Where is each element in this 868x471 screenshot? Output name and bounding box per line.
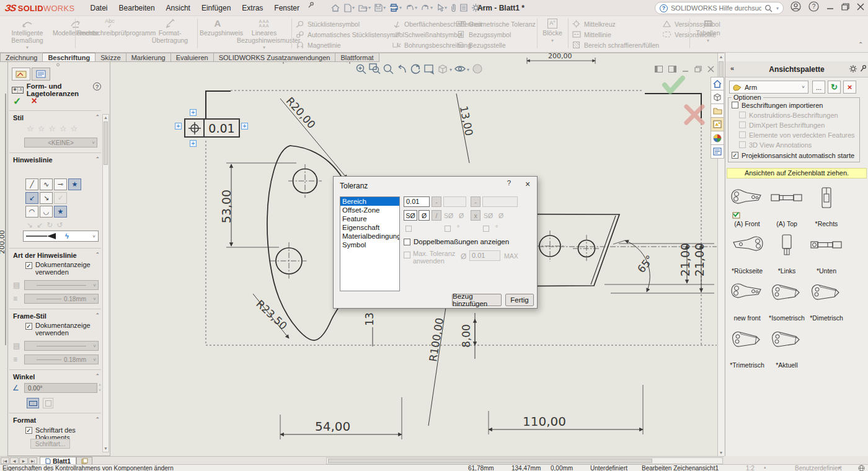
appearance-sphere-icon[interactable] [472,63,484,75]
last-sheet-button[interactable]: ▶| [29,457,37,464]
fcf-handle-left[interactable]: + [175,123,182,130]
checkbox-design-annotations[interactable]: Konstruktions-Beschriftungen [739,112,838,119]
slash-button[interactable]: / [432,210,441,221]
pin-pane-icon[interactable] [860,64,867,74]
add-datum-button[interactable]: Bezug hinzufügen [452,294,502,306]
next-sheet-button[interactable]: ▶ [19,457,28,464]
straight-leader-button[interactable]: ◠ [25,206,38,218]
dim-13b[interactable]: 13 [363,312,376,326]
dim-left-200[interactable]: 200,00 [0,230,6,254]
menu-einfuegen[interactable]: Einfügen [196,1,236,15]
search-input[interactable] [671,4,761,12]
ok-button[interactable]: ✓ [13,95,21,107]
add-sheet-tab[interactable] [76,457,92,465]
checkbox-hidden-feature-items[interactable]: Elemente von verdeckten Features [739,131,855,139]
leader-button[interactable]: ╱ [25,178,38,190]
view-thumb-links[interactable]: *Links [767,230,807,277]
minimize-button[interactable] [826,3,834,11]
print-icon[interactable]: ▾ [388,2,404,13]
checkbox-3d-view-annotations[interactable]: 3D View Annotations [739,141,812,149]
tab-solidworks-resources[interactable] [711,77,724,90]
dim-110[interactable]: 110,00 [523,414,566,429]
fcf-handle-top[interactable]: + [190,109,197,116]
tolerance-value-input-2[interactable] [443,196,466,207]
panel-resize-handle[interactable] [56,63,60,66]
option-checkbox-2[interactable] [445,226,451,232]
help-icon[interactable]: ? [808,1,819,12]
smart-dimension-button[interactable]: Intelligente Bemaßung▾ [2,17,52,51]
status-config[interactable]: Benutzerdefiniert [795,465,842,471]
tab-zusatzanwendungen[interactable]: SOLIDWORKS Zusatzanwendungen [214,53,336,62]
pm-scrollbar[interactable]: ▲ ▼ [102,114,109,452]
document-font-checkbox[interactable]: ✓ [25,427,32,434]
minimize-doc-icon[interactable] [682,66,689,73]
undo-icon[interactable]: ▾ [404,3,419,13]
option-checkbox-1[interactable] [405,226,412,232]
dash-button-2[interactable]: - [471,196,480,207]
arrow-style-dropdown[interactable]: ϟ ˅ [23,231,99,242]
dim-8[interactable]: 8,00 [460,324,472,348]
dim-21b[interactable]: 21,00 [693,243,706,276]
list-item-bereich[interactable]: Bereich [340,197,399,206]
view-thumb-rueckseite[interactable]: *Rückseite [727,230,767,277]
close-doc-icon[interactable] [707,66,714,73]
display-style-icon[interactable]: ▾ [437,63,452,75]
tab-skizze[interactable]: Skizze [95,53,126,62]
fcf-handle-right[interactable]: + [241,123,248,130]
frame-toggle-button-2[interactable] [43,398,53,408]
dim-54[interactable]: 54,00 [315,419,350,434]
menu-bearbeiten[interactable]: Bearbeiten [113,1,161,15]
frame-thickness-dropdown[interactable]: 0.18mm˅ [24,354,99,364]
view-thumb-top[interactable]: (A) Top [767,183,807,230]
frame-doc-display-checkbox[interactable]: ✓ [25,323,32,330]
zoom-icon[interactable] [383,63,394,75]
pane-options-gear-icon[interactable] [849,64,857,74]
horizontal-scrollbar[interactable] [326,457,723,464]
view-thumb-dimetrisch[interactable]: *Dimetrisch [807,277,846,324]
tab-file-explorer[interactable] [711,104,724,118]
art-line-style-dropdown[interactable]: ˅ [24,280,99,290]
sheet-properties-icon[interactable] [423,63,435,75]
leader-nearest-button[interactable]: ✓ [54,192,67,204]
angle-input[interactable]: 0.00° [24,383,97,393]
home-icon[interactable] [329,2,342,14]
feature-manager-tab[interactable] [32,68,50,81]
view-thumb-isometrisch[interactable]: *Isometrisch [767,277,807,324]
dual-dimension-checkbox[interactable] [404,239,410,245]
tab-custom-properties[interactable] [711,145,724,159]
view-thumb-new-front[interactable]: new front [727,277,767,324]
ribbon-collapse-chevron[interactable]: ⌃ [858,41,863,48]
rotate-view-icon[interactable] [410,63,422,75]
centerline-button[interactable]: Mittellinie [572,30,611,38]
frame-line-style-dropdown[interactable]: ˅ [24,341,99,351]
area-hatch-button[interactable]: Bereich schraffieren/füllen [572,41,659,49]
menu-datei[interactable]: Datei [85,1,113,15]
dash-button-1[interactable]: - [432,196,441,207]
weld-symbol-button[interactable]: Schweißnahtsymbol [392,30,463,38]
tab-markierung[interactable]: Markierung [126,53,171,62]
list-item-eigenschaft[interactable]: Eigenschaft [340,223,399,232]
menu-pin-icon[interactable] [308,1,315,15]
balloon-button[interactable]: Stücklistensymbol [295,20,360,28]
hide-show-items-icon[interactable]: ▾ [454,63,470,75]
max-tolerance-checkbox[interactable] [404,252,410,258]
prev-sheet-button[interactable]: ◀ [10,457,19,464]
pm-help-icon[interactable]: ? [93,82,101,90]
dialog-close-button[interactable]: × [523,179,533,189]
open-document-icon[interactable]: ▾ [356,2,373,13]
magnetic-line-button[interactable]: Magnetlinie [295,41,341,49]
auto-balloon-button[interactable]: Automatisches Stücklistensymbol [295,30,404,38]
zoom-area-icon[interactable] [369,63,381,75]
save-icon[interactable]: ▾ [373,2,388,13]
units-globe-icon[interactable] [858,465,865,471]
view-thumb-rechts[interactable]: *Rechts [807,183,846,230]
view-thumb-unten[interactable]: *Unten [807,230,846,277]
menu-ansicht[interactable]: Ansicht [161,1,196,15]
format-painter-button[interactable]: Format-Übertragung [144,17,196,51]
angle-spinner[interactable]: ˄˅ [99,383,101,393]
pane-right-icon[interactable] [668,66,676,73]
checkbox-auto-start-projected-view[interactable]: ✓Projektionsansicht automatisch starte [732,152,854,159]
cancel-x-icon[interactable] [686,107,702,123]
help-search-box[interactable]: ? ▾ [655,2,784,14]
tab-blattformat[interactable]: Blattformat [335,53,379,62]
